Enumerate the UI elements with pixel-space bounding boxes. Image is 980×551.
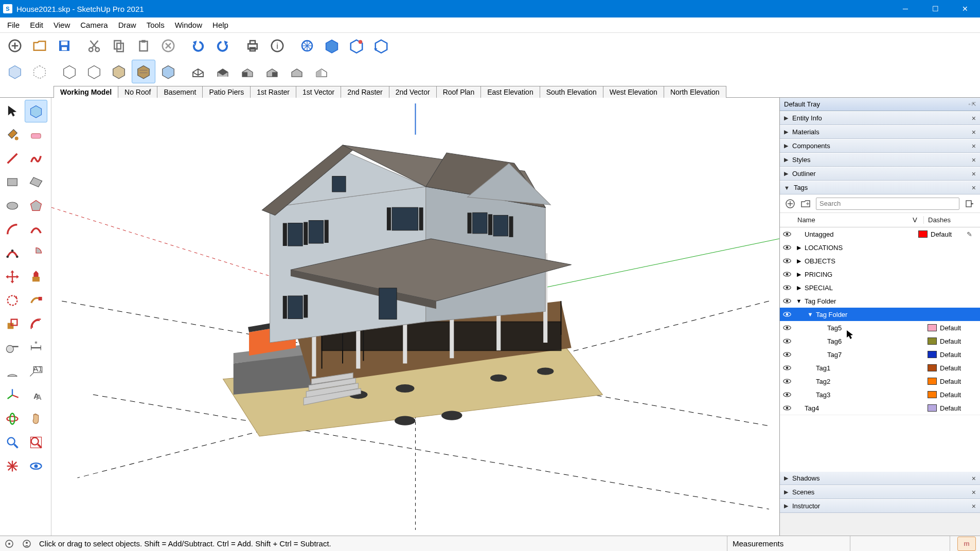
menu-camera[interactable]: Camera (75, 19, 113, 31)
tag-row[interactable]: UntaggedDefault✎ (780, 227, 980, 241)
panel-shadows[interactable]: ▶Shadows× (780, 471, 980, 485)
panel-scenes[interactable]: ▶Scenes× (780, 485, 980, 499)
close-icon[interactable]: × (972, 184, 976, 192)
tag-dashes[interactable]: Default (940, 378, 976, 385)
geolocation-icon[interactable] (4, 539, 14, 549)
offset-tool-icon[interactable] (25, 313, 47, 335)
wireframe-icon[interactable] (58, 60, 81, 83)
scene-tab-1st-raster[interactable]: 1st Raster (250, 86, 296, 98)
pushpull-icon[interactable] (25, 265, 47, 288)
scene-tab-working-model[interactable]: Working Model (54, 86, 118, 98)
iso-view-icon[interactable] (186, 60, 210, 83)
visibility-toggle-icon[interactable] (780, 258, 794, 264)
zoom-extents-icon[interactable] (25, 431, 47, 454)
protractor-icon[interactable] (1, 360, 24, 383)
left-view-icon[interactable] (310, 60, 333, 83)
3pt-arc-icon[interactable] (1, 242, 24, 264)
tag-row[interactable]: Tag6Default (780, 334, 980, 348)
extension-warehouse-icon[interactable] (345, 34, 368, 58)
scene-tab-no-roof[interactable]: No Roof (118, 86, 157, 98)
position-camera-icon[interactable] (1, 455, 24, 477)
front-view-icon[interactable] (236, 60, 259, 83)
tag-dashes[interactable]: Default (940, 404, 976, 412)
tag-row[interactable]: Tag2Default (780, 375, 980, 388)
close-icon[interactable]: × (972, 156, 976, 164)
arc-icon[interactable] (1, 218, 24, 241)
menu-file[interactable]: File (2, 19, 25, 31)
close-icon[interactable]: × (972, 474, 976, 483)
corner-badge[interactable]: m (957, 537, 976, 551)
scene-tab-2nd-vector[interactable]: 2nd Vector (389, 86, 437, 98)
tag-row[interactable]: ▶OBJECTS (780, 254, 980, 268)
tag-row[interactable]: Tag1Default (780, 361, 980, 375)
tag-row[interactable]: ▶LOCATIONS (780, 241, 980, 254)
polygon-icon[interactable] (25, 194, 47, 217)
visibility-toggle-icon[interactable] (780, 378, 794, 384)
new-file-icon[interactable] (3, 34, 27, 58)
menu-edit[interactable]: Edit (25, 19, 48, 31)
panel-outliner[interactable]: ▶Outliner× (780, 167, 980, 181)
expand-toggle-icon[interactable]: ▶ (794, 285, 804, 291)
expand-toggle-icon[interactable]: ▶ (794, 258, 804, 264)
tag-dashes[interactable]: Default (940, 337, 976, 345)
scene-tab-patio-piers[interactable]: Patio Piers (202, 86, 251, 98)
tag-row[interactable]: ▶SPECIAL (780, 281, 980, 294)
hiddenline-icon[interactable] (82, 60, 106, 83)
expand-toggle-icon[interactable]: ▼ (806, 311, 815, 317)
visibility-toggle-icon[interactable] (780, 311, 794, 317)
menu-tools[interactable]: Tools (141, 19, 170, 31)
undo-icon[interactable] (186, 34, 210, 58)
add-tag-icon[interactable] (785, 199, 795, 209)
tag-row[interactable]: Tag4Default (780, 401, 980, 415)
paintbucket-icon[interactable] (1, 123, 24, 146)
tag-color-swatch[interactable] (928, 378, 937, 385)
scene-tab-1st-vector[interactable]: 1st Vector (296, 86, 341, 98)
copy-icon[interactable] (107, 34, 131, 58)
tag-row[interactable]: Tag7Default (780, 348, 980, 361)
cut-icon[interactable] (82, 34, 106, 58)
credits-icon[interactable] (22, 539, 32, 549)
visibility-toggle-icon[interactable] (780, 285, 794, 291)
scene-tab-north-elevation[interactable]: North Elevation (664, 86, 726, 98)
tag-dashes[interactable]: Default (931, 230, 967, 238)
column-dashes[interactable]: Dashes (923, 216, 980, 224)
followme-icon[interactable] (25, 289, 47, 312)
viewport[interactable] (51, 98, 779, 536)
panel-instructor[interactable]: ▶Instructor× (780, 499, 980, 513)
save-icon[interactable] (52, 34, 76, 58)
visibility-toggle-icon[interactable] (780, 325, 794, 331)
back-view-icon[interactable] (285, 60, 309, 83)
backedges-icon[interactable] (28, 60, 51, 83)
warehouse-extension-icon[interactable] (295, 34, 319, 58)
rotated-rect-icon[interactable] (25, 171, 47, 193)
redo-icon[interactable] (211, 34, 235, 58)
close-icon[interactable]: × (972, 114, 976, 122)
axes-tool-icon[interactable] (1, 384, 24, 406)
delete-icon[interactable] (156, 34, 180, 58)
pan-tool-icon[interactable] (25, 407, 47, 430)
menu-help[interactable]: Help (207, 19, 234, 31)
expand-toggle-icon[interactable]: ▶ (794, 244, 804, 251)
scene-tab-south-elevation[interactable]: South Elevation (540, 86, 603, 98)
visibility-toggle-icon[interactable] (780, 392, 794, 398)
tag-dashes[interactable]: Default (940, 391, 976, 399)
visibility-toggle-icon[interactable] (780, 298, 794, 304)
scene-tab-east-elevation[interactable]: East Elevation (480, 86, 540, 98)
monochrome-icon[interactable] (156, 60, 180, 83)
tag-row[interactable]: ▼Tag Folder (780, 294, 980, 308)
line-tool-icon[interactable] (1, 147, 24, 170)
shaded-icon[interactable] (107, 60, 131, 83)
measurements-value[interactable] (858, 536, 950, 551)
panel-materials[interactable]: ▶Materials× (780, 125, 980, 139)
menu-view[interactable]: View (48, 19, 75, 31)
tag-row[interactable]: Tag5Default (780, 321, 980, 334)
visibility-toggle-icon[interactable] (780, 351, 794, 358)
rotate-tool-icon[interactable] (1, 289, 24, 312)
close-icon[interactable]: × (972, 142, 976, 150)
visibility-toggle-icon[interactable] (780, 405, 794, 411)
send-to-layout-icon[interactable] (369, 34, 393, 58)
panel-entity-info[interactable]: ▶Entity Info× (780, 111, 980, 125)
tag-dashes[interactable]: Default (940, 351, 976, 359)
close-icon[interactable]: × (972, 170, 976, 178)
minimize-button[interactable]: ─ (890, 0, 920, 17)
